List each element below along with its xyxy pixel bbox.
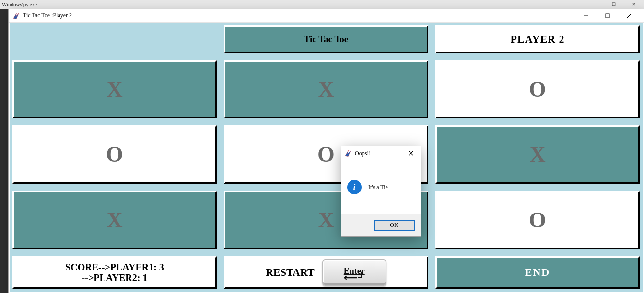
score-line-2: -->PLAYER2: 1 <box>82 272 148 283</box>
outer-maximize-button[interactable]: ☐ <box>604 0 624 9</box>
window-title: Tic Tac Toe :Player 2 <box>23 12 72 19</box>
dialog-footer: OK <box>341 214 421 236</box>
cell-7-mark: X <box>318 207 334 233</box>
message-dialog: Oops!! i It's a Tie OK <box>341 146 421 237</box>
game-window: Tic Tac Toe :Player 2 Tic Tac Toe PLAYER… <box>8 9 644 293</box>
score-panel: SCORE-->PLAYER1: 3 -->PLAYER2: 1 <box>12 256 217 289</box>
outer-window-controls: — ☐ ✕ <box>584 0 644 9</box>
titlebar: Tic Tac Toe :Player 2 <box>9 9 644 23</box>
cell-0-mark: X <box>106 77 122 102</box>
end-button-label: END <box>525 266 550 279</box>
restart-label: RESTART <box>266 266 315 279</box>
cell-6[interactable]: X <box>12 191 217 249</box>
player-indicator-label: PLAYER 2 <box>511 33 565 45</box>
restart-panel: RESTART Enter ⟵┘ <box>224 256 428 289</box>
title-button-label: Tic Tac Toe <box>304 34 349 45</box>
score-line-1: SCORE-->PLAYER1: 3 <box>65 262 164 272</box>
dialog-ok-button[interactable]: OK <box>374 220 415 231</box>
header-spacer <box>12 25 217 53</box>
dialog-close-button[interactable] <box>401 146 421 160</box>
outer-window-titlebar: Windows\py.exe — ☐ ✕ <box>0 0 644 9</box>
cell-8-mark: O <box>529 207 546 233</box>
python-feather-icon <box>344 149 352 157</box>
close-button[interactable] <box>618 9 640 23</box>
minimize-button[interactable] <box>575 9 597 23</box>
enter-arrow-icon: ⟵┘ <box>344 275 364 279</box>
cell-0[interactable]: X <box>12 60 217 118</box>
cell-1-mark: X <box>318 77 334 102</box>
game-surface: Tic Tac Toe PLAYER 2 X X O O O X X X O S… <box>10 23 643 292</box>
enter-key-button[interactable]: Enter ⟵┘ <box>322 259 386 286</box>
title-button[interactable]: Tic Tac Toe <box>224 25 428 53</box>
cell-2-mark: O <box>529 77 546 102</box>
dialog-titlebar: Oops!! <box>341 146 421 160</box>
cell-6-mark: X <box>106 207 122 233</box>
cell-4-mark: O <box>317 142 335 167</box>
window-controls <box>575 9 640 23</box>
cell-3-mark: O <box>106 142 123 167</box>
cell-5-mark: X <box>529 142 545 167</box>
dialog-ok-label: OK <box>390 222 398 229</box>
cell-1[interactable]: X <box>224 60 428 118</box>
editor-gutter <box>0 9 8 293</box>
maximize-button[interactable] <box>597 9 618 23</box>
svg-rect-1 <box>606 14 609 18</box>
player-indicator: PLAYER 2 <box>435 25 640 53</box>
outer-window-path: Windows\py.exe <box>2 1 37 7</box>
cell-3[interactable]: O <box>12 125 217 183</box>
cell-5[interactable]: X <box>435 125 640 183</box>
info-icon: i <box>347 180 362 194</box>
outer-minimize-button[interactable]: — <box>584 0 604 9</box>
dialog-message: It's a Tie <box>368 184 388 191</box>
layout-grid: Tic Tac Toe PLAYER 2 X X O O O X X X O S… <box>12 25 640 289</box>
cell-2[interactable]: O <box>435 60 640 118</box>
close-icon <box>409 151 413 156</box>
dialog-body: i It's a Tie <box>341 160 421 214</box>
dialog-title: Oops!! <box>355 150 371 157</box>
python-feather-icon <box>12 12 20 20</box>
cell-8[interactable]: O <box>435 191 640 249</box>
end-button[interactable]: END <box>435 256 640 289</box>
outer-close-button[interactable]: ✕ <box>624 0 644 9</box>
